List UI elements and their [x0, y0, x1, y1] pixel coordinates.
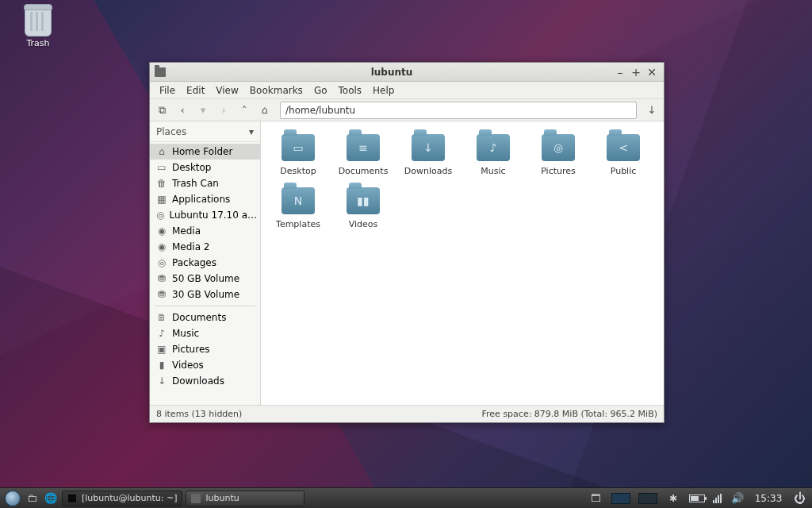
menu-bookmarks[interactable]: Bookmarks [245, 83, 308, 98]
folder-icon [607, 134, 640, 161]
sidebar-item-label: Documents [172, 312, 226, 323]
trash-icon [25, 6, 52, 37]
sidebar-item-applications[interactable]: ▦Applications [150, 191, 260, 207]
sidebar-item-lubuntu-17-10-a-[interactable]: ◎Lubuntu 17.10 a… [150, 207, 260, 223]
network-icon[interactable] [713, 494, 722, 503]
folder-label: Music [461, 166, 526, 176]
menu-file[interactable]: File [155, 83, 180, 98]
sidebar-item-documents[interactable]: 🗎Documents [150, 310, 260, 325]
maximize-button[interactable]: + [629, 65, 643, 79]
toolbar: ⧉ ‹ ▾ › ˄ ⌂ /home/lubuntu ↓ [150, 99, 664, 121]
folder-label: Pictures [526, 166, 591, 176]
sidebar-item-icon: ⛃ [156, 289, 167, 300]
window-title: lubuntu [172, 67, 611, 78]
go-button[interactable]: ↓ [643, 102, 661, 119]
battery-icon[interactable] [689, 495, 705, 502]
folder-documents[interactable]: Documents [331, 131, 396, 184]
bottom-panel: 🗀 🌐 [lubuntu@lubuntu: ~]lubuntu 🗔 ✱ 🔊 15… [0, 487, 812, 508]
up-button[interactable]: ˄ [236, 102, 253, 119]
terminal-icon [67, 494, 77, 503]
sidebar-item-label: Desktop [172, 162, 212, 173]
sidebar-item-trash-can[interactable]: 🗑Trash Can [150, 175, 260, 191]
menu-go[interactable]: Go [309, 83, 332, 98]
sidebar-item-icon: 🗑 [156, 178, 167, 189]
taskbar-item[interactable]: lubuntu [186, 491, 304, 506]
folder-templates[interactable]: Templates [266, 184, 331, 237]
sidebar-item-packages[interactable]: ◎Packages [150, 255, 260, 271]
sidebar-item-icon: ♪ [156, 328, 167, 339]
workspace-2[interactable] [638, 493, 657, 504]
sidebar-item-icon: ▣ [156, 344, 167, 355]
close-button[interactable]: ✕ [645, 65, 659, 79]
sidebar-item-media-2[interactable]: ◉Media 2 [150, 239, 260, 255]
minimize-button[interactable]: – [613, 65, 627, 79]
sidebar-separator [155, 306, 255, 306]
path-text: /home/lubuntu [285, 105, 355, 116]
sidebar-item-30-gb-volume[interactable]: ⛃30 GB Volume [150, 287, 260, 302]
sidebar-item-icon: ▦ [156, 194, 167, 205]
power-icon[interactable]: ⏻ [791, 491, 807, 506]
folder-icon [542, 134, 575, 161]
folder-public[interactable]: Public [591, 131, 656, 184]
home-button[interactable]: ⌂ [256, 102, 274, 119]
sidebar-item-music[interactable]: ♪Music [150, 325, 260, 341]
folder-label: Desktop [266, 166, 331, 176]
taskbar-item[interactable]: [lubuntu@lubuntu: ~] [62, 491, 182, 506]
folder-label: Videos [331, 219, 396, 229]
sidebar-item-icon: ⌂ [156, 146, 167, 157]
sidebar-item-label: Media [172, 225, 201, 237]
folder-pictures[interactable]: Pictures [526, 131, 591, 184]
sidebar-item-videos[interactable]: ▮Videos [150, 357, 260, 373]
system-tray: 🗔 ✱ 🔊 15:33 ⏻ [588, 491, 807, 506]
path-input[interactable]: /home/lubuntu [280, 102, 637, 119]
bluetooth-icon[interactable]: ✱ [665, 491, 681, 506]
show-desktop-icon[interactable]: 🗔 [588, 491, 603, 506]
sidebar-item-desktop[interactable]: ▭Desktop [150, 160, 260, 175]
desktop-icon-trash[interactable]: Trash [14, 6, 62, 48]
titlebar[interactable]: lubuntu – + ✕ [150, 63, 664, 82]
browser-launcher-icon[interactable]: 🌐 [43, 491, 59, 506]
workspace-1[interactable] [611, 493, 630, 504]
sidebar-item-media[interactable]: ◉Media [150, 223, 260, 239]
sidebar-header[interactable]: Places ▾ [150, 121, 260, 142]
sidebar-item-label: Trash Can [172, 178, 219, 189]
folder-label: Documents [331, 166, 396, 176]
main-view[interactable]: DesktopDocumentsDownloadsMusicPicturesPu… [261, 121, 664, 405]
start-launcher[interactable] [5, 491, 21, 506]
sidebar-item-pictures[interactable]: ▣Pictures [150, 341, 260, 357]
folder-desktop[interactable]: Desktop [266, 131, 331, 184]
sidebar-title: Places [156, 126, 186, 137]
sidebar-item-label: Applications [172, 194, 230, 205]
window-icon [155, 67, 166, 77]
folder-videos[interactable]: Videos [331, 184, 396, 237]
forward-button[interactable]: › [215, 102, 232, 119]
folder-downloads[interactable]: Downloads [396, 131, 461, 184]
folder-icon [347, 134, 380, 161]
sidebar-list: ⌂Home Folder▭Desktop🗑Trash Can▦Applicati… [150, 142, 260, 405]
sidebar-item-downloads[interactable]: ↓Downloads [150, 373, 260, 389]
filemanager-launcher-icon[interactable]: 🗀 [24, 491, 40, 506]
taskbar-item-label: [lubuntu@lubuntu: ~] [82, 493, 177, 503]
menu-help[interactable]: Help [368, 83, 399, 98]
menu-view[interactable]: View [211, 83, 243, 98]
folder-label: Downloads [396, 166, 461, 176]
volume-icon[interactable]: 🔊 [730, 491, 745, 506]
folder-label: Templates [266, 219, 331, 229]
menu-tools[interactable]: Tools [334, 83, 367, 98]
folder-music[interactable]: Music [461, 131, 526, 184]
sidebar-item-label: 50 GB Volume [172, 273, 239, 284]
sidebar-item-50-gb-volume[interactable]: ⛃50 GB Volume [150, 271, 260, 287]
new-tab-button[interactable]: ⧉ [153, 102, 170, 119]
history-chevron[interactable]: ▾ [194, 102, 212, 119]
clock[interactable]: 15:33 [753, 493, 783, 504]
taskbar-item-label: lubuntu [205, 493, 239, 503]
back-button[interactable]: ‹ [174, 102, 191, 119]
folder-icon [477, 134, 510, 161]
sidebar-item-icon: ◉ [156, 225, 167, 237]
sidebar: Places ▾ ⌂Home Folder▭Desktop🗑Trash Can▦… [150, 121, 261, 405]
sidebar-item-label: Pictures [172, 344, 210, 355]
desktop-icon-label: Trash [26, 38, 49, 48]
sidebar-item-home-folder[interactable]: ⌂Home Folder [150, 144, 260, 160]
menu-edit[interactable]: Edit [182, 83, 209, 98]
sidebar-item-icon: ▭ [156, 162, 167, 173]
